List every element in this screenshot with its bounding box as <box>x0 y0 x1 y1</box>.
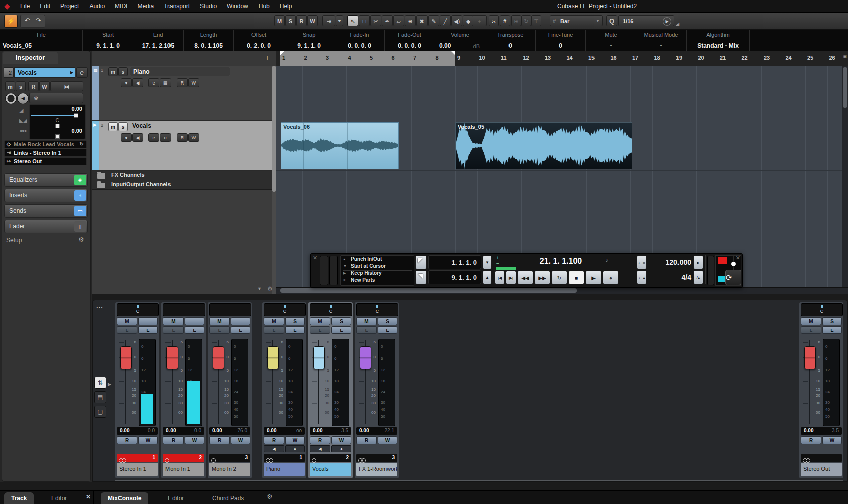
channel-name[interactable]: Mono In 1 <box>163 463 204 476</box>
fader-view-button[interactable]: ⇅ <box>94 377 106 389</box>
goto-right-locator-button[interactable]: ▲ <box>483 270 492 284</box>
input-routing-row[interactable]: ⇥Links - Stereo In 1 <box>4 149 87 157</box>
track-mute-button[interactable]: m <box>108 67 118 76</box>
grid-type-dropdown[interactable]: #Bar▼ <box>550 15 603 26</box>
fader-handle[interactable] <box>804 346 816 369</box>
ruler-options-icon[interactable]: ▣ <box>842 54 847 59</box>
channel-write-button[interactable]: W <box>138 436 158 444</box>
volume-slider[interactable] <box>31 115 75 116</box>
track-read-button[interactable]: R <box>177 78 188 87</box>
redo-button[interactable]: ↷ <box>33 15 44 26</box>
menu-project[interactable]: Project <box>55 0 84 12</box>
channel-read-button[interactable]: R <box>356 436 377 444</box>
pan-control[interactable]: C <box>264 303 306 316</box>
channel-listen-button[interactable]: L <box>264 326 284 334</box>
play-tr-button[interactable]: ▶ <box>585 271 602 284</box>
close-icon[interactable]: ✕ <box>313 255 317 261</box>
menu-studio[interactable]: Studio <box>195 0 222 12</box>
glue-tool[interactable]: ✒ <box>382 15 393 26</box>
tab-editor[interactable]: Editor <box>44 492 74 504</box>
channel-mute-button[interactable]: M <box>801 317 821 325</box>
track-instrument-button[interactable]: ▦ <box>160 78 171 87</box>
channel-write-button[interactable]: W <box>285 436 305 444</box>
section-equalizers[interactable]: Equalizers◈ <box>4 173 88 187</box>
channel-write-button[interactable]: W <box>378 436 397 444</box>
snap-zero-crossing-button[interactable]: ＋ <box>472 15 487 26</box>
channel-edit-button[interactable]: E <box>378 326 397 334</box>
channel-name[interactable]: FX 1-Roomwork <box>356 463 397 476</box>
stop-button[interactable]: ■ <box>568 271 584 284</box>
tab-track[interactable]: Track <box>4 492 34 504</box>
info-field-offset[interactable]: Offset0. 2. 0. 0 <box>234 30 284 51</box>
automation-w-button[interactable]: W <box>307 15 318 26</box>
channel-read-button[interactable]: R <box>209 436 230 444</box>
channel-edit-button[interactable]: E <box>231 326 250 334</box>
tabbar-gear-icon[interactable]: ⚙ <box>267 493 273 500</box>
tempo-track-button[interactable]: ▸ <box>693 255 703 269</box>
read-button[interactable]: R <box>28 81 39 91</box>
channel-mute-button[interactable]: M <box>117 317 137 325</box>
channel-monitor-button[interactable]: ◀ <box>264 445 284 452</box>
pan-control[interactable]: C <box>356 303 398 316</box>
channel-strip-vocals[interactable]: CMSLE6051015203000061218243040500.00-3.5… <box>308 302 353 478</box>
tempo-display[interactable]: 120.000 <box>648 255 691 269</box>
folder-track[interactable]: Input/Output Channels <box>92 180 276 190</box>
fader-handle[interactable] <box>166 346 178 369</box>
tempo-icon-button[interactable]: ♩= <box>637 255 647 269</box>
channel-strip-fx-1-roomwork[interactable]: CMSLE6051015203000061218243040500.00-22.… <box>355 302 399 478</box>
channel-routing[interactable]: 1 <box>264 454 305 462</box>
split-tool[interactable]: ✂ <box>370 15 381 26</box>
pan-control[interactable]: C <box>310 303 352 316</box>
menu-window[interactable]: Window <box>222 0 253 12</box>
drag-strip[interactable] <box>707 256 714 285</box>
track-solo-button[interactable]: s <box>118 122 128 131</box>
menu-midi[interactable]: MIDI <box>110 0 132 12</box>
pan-handle[interactable] <box>55 124 60 128</box>
fader-handle[interactable] <box>267 346 279 369</box>
close-icon[interactable]: ✕ <box>736 255 740 261</box>
volume-handle[interactable] <box>74 113 78 118</box>
audio-event-vocals-05[interactable]: Vocals_05 <box>455 122 632 169</box>
channel-write-button[interactable]: W <box>331 436 351 444</box>
goto-left-locator-button[interactable]: ▼ <box>483 255 492 269</box>
channel-strip-stereo-in-1[interactable]: CMLE6051015203000061218243040500.000.0RW… <box>115 302 159 478</box>
channel-routing[interactable]: 3 <box>209 454 250 462</box>
channel-mute-button[interactable]: M <box>356 317 377 325</box>
folder-track[interactable]: FX Channels <box>92 171 276 180</box>
channel-routing[interactable]: 2 <box>310 454 351 462</box>
channel-strip-piano[interactable]: CMSLE6051015203000061218243040500.00-ooR… <box>262 302 306 478</box>
track-write-button[interactable]: W <box>188 78 199 87</box>
channel-record-button[interactable]: ● <box>285 445 305 452</box>
track-edit-button[interactable]: e <box>148 133 159 142</box>
channel-solo-button[interactable]: S <box>378 317 397 325</box>
sync-button[interactable]: ⟳ <box>725 270 741 285</box>
channel-edit-button[interactable]: E <box>185 326 204 334</box>
channel-listen-button[interactable]: L <box>209 326 230 334</box>
channel-read-button[interactable]: R <box>801 436 821 444</box>
inspector-tab[interactable]: Inspector <box>3 52 58 64</box>
add-track-button[interactable]: + <box>265 54 269 62</box>
quantize-dropdown[interactable]: 1/16▶ <box>618 15 674 26</box>
channel-listen-button[interactable]: L <box>356 326 377 334</box>
mute-tool[interactable]: ✖ <box>416 15 428 26</box>
channel-routing[interactable]: 3 <box>356 454 397 462</box>
tab-mixconsole[interactable]: MixConsole <box>101 492 148 504</box>
transport-menu-item[interactable]: ●Punch In/Out <box>341 256 414 263</box>
channel-listen-button[interactable]: L <box>163 326 184 334</box>
bypass-button[interactable]: ⧓ <box>50 81 83 91</box>
section-fader[interactable]: Fader▯ <box>4 220 88 233</box>
channel-edit-button[interactable]: E <box>822 326 842 334</box>
channel-mute-button[interactable]: M <box>163 317 184 325</box>
channel-listen-button[interactable]: L <box>117 326 137 334</box>
tab-chord-pads[interactable]: Chord Pads <box>205 492 251 504</box>
fader-handle[interactable] <box>360 346 371 369</box>
iterative-button[interactable]: ↻ <box>521 15 531 26</box>
record-arm-button[interactable] <box>5 93 17 104</box>
h-scroll-thumb[interactable] <box>280 288 577 293</box>
meter-view-button[interactable]: ▢ <box>94 406 106 418</box>
freeze-button[interactable]: ❄ <box>29 93 83 103</box>
grid-button[interactable]: # <box>500 15 510 26</box>
transport-menu-item[interactable]: ≡New Parts <box>341 277 414 284</box>
undo-button[interactable]: ↶ <box>22 15 33 26</box>
channel-write-button[interactable]: W <box>822 436 842 444</box>
